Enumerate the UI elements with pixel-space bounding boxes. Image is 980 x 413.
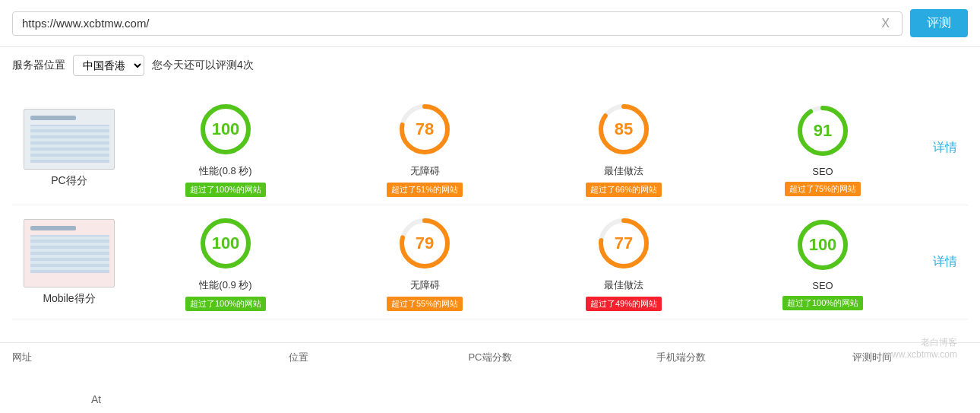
score-value: 91: [814, 121, 832, 141]
score-badge: 超过了75%的网站: [785, 182, 861, 196]
pc-preview-col: PC得分: [12, 109, 126, 188]
mobile-detail-link[interactable]: 详情: [933, 254, 957, 270]
score-badge: 超过了49%的网站: [586, 297, 662, 311]
score-value: 78: [416, 119, 434, 139]
footer-col: 手机端分数: [586, 351, 777, 364]
eval-button[interactable]: 评测: [910, 9, 968, 37]
score-badge: 超过了100%的网站: [185, 297, 266, 311]
score-circle: 79: [394, 213, 455, 274]
score-circle: 78: [394, 99, 455, 160]
score-value: 100: [212, 234, 240, 253]
score-title: 无障碍: [410, 164, 440, 178]
score-badge: 超过了55%的网站: [387, 297, 463, 311]
score-title: 最佳做法: [604, 278, 643, 292]
footer-col: PC端分数: [394, 351, 586, 364]
score-title: 性能(0.8 秒): [199, 164, 251, 178]
pc-score-label: PC得分: [51, 174, 87, 188]
footer-col: 网址: [12, 351, 204, 364]
table-footer: 网址位置PC端分数手机端分数评测时间: [0, 342, 980, 372]
score-badge: 超过了51%的网站: [387, 183, 463, 197]
clear-button[interactable]: X: [878, 17, 893, 30]
score-badge: 超过了100%的网站: [185, 183, 266, 197]
score-circle: 85: [593, 99, 654, 160]
score-title: 最佳做法: [604, 164, 643, 178]
score-item: 85 最佳做法 超过了66%的网站: [524, 99, 723, 197]
top-bar: X 评测: [0, 0, 980, 47]
mobile-preview-col: Mobile得分: [12, 219, 126, 306]
pc-detail-col: 详情: [922, 140, 968, 156]
score-item: 100 性能(0.9 秒) 超过了100%的网站: [126, 213, 325, 311]
pc-preview-image: [24, 109, 115, 170]
score-circle: 77: [593, 213, 654, 274]
server-bar: 服务器位置 中国香港中国大陆美国日本 您今天还可以评测4次: [0, 47, 980, 84]
pc-result-row: PC得分 100 性能(0.8 秒) 超过了100%的网站: [12, 91, 968, 205]
main-content: PC得分 100 性能(0.8 秒) 超过了100%的网站: [0, 84, 980, 335]
score-item: 91 SEO 超过了75%的网站: [723, 100, 922, 196]
score-item: 79 无障碍 超过了55%的网站: [325, 213, 524, 311]
pc-scores-area: 100 性能(0.8 秒) 超过了100%的网站 78 无障碍 超过了51%的网…: [126, 99, 922, 197]
score-circle: 91: [792, 100, 853, 161]
watermark: 老白博客 www.xcbtmw.com: [885, 336, 957, 360]
mobile-scores-area: 100 性能(0.9 秒) 超过了100%的网站 79 无障碍 超过了55%的网…: [126, 213, 922, 311]
watermark-line1: 老白博客: [885, 336, 957, 349]
url-input-wrapper: X: [12, 11, 903, 36]
mobile-preview-image: [24, 219, 115, 288]
url-input[interactable]: [22, 17, 878, 30]
server-select[interactable]: 中国香港中国大陆美国日本: [73, 55, 144, 76]
score-item: 77 最佳做法 超过了49%的网站: [524, 213, 723, 311]
score-title: 性能(0.9 秒): [199, 278, 251, 292]
server-location-label: 服务器位置: [12, 59, 65, 72]
score-circle: 100: [195, 213, 256, 274]
pc-detail-link[interactable]: 详情: [933, 140, 957, 156]
score-title: 无障碍: [410, 278, 440, 292]
mobile-result-row: Mobile得分 100 性能(0.9 秒) 超过了100%的网站: [12, 205, 968, 319]
score-circle: 100: [195, 99, 256, 160]
score-value: 100: [212, 119, 240, 139]
score-value: 79: [416, 234, 434, 253]
score-item: 78 无障碍 超过了51%的网站: [325, 99, 524, 197]
score-circle: 100: [792, 214, 853, 275]
remaining-text: 您今天还可以评测4次: [152, 59, 254, 72]
mobile-score-label: Mobile得分: [43, 292, 95, 306]
score-value: 100: [809, 235, 837, 255]
mobile-detail-col: 详情: [922, 254, 968, 270]
score-title: SEO: [812, 280, 833, 291]
score-title: SEO: [812, 166, 833, 177]
at-label: At: [91, 393, 101, 405]
score-item: 100 SEO 超过了100%的网站: [723, 214, 922, 310]
footer-col: 位置: [204, 351, 395, 364]
watermark-line2: www.xcbtmw.com: [885, 349, 957, 360]
score-item: 100 性能(0.8 秒) 超过了100%的网站: [126, 99, 325, 197]
score-badge: 超过了100%的网站: [782, 296, 863, 310]
score-value: 85: [615, 119, 633, 139]
score-value: 77: [615, 234, 633, 253]
score-badge: 超过了66%的网站: [586, 183, 662, 197]
